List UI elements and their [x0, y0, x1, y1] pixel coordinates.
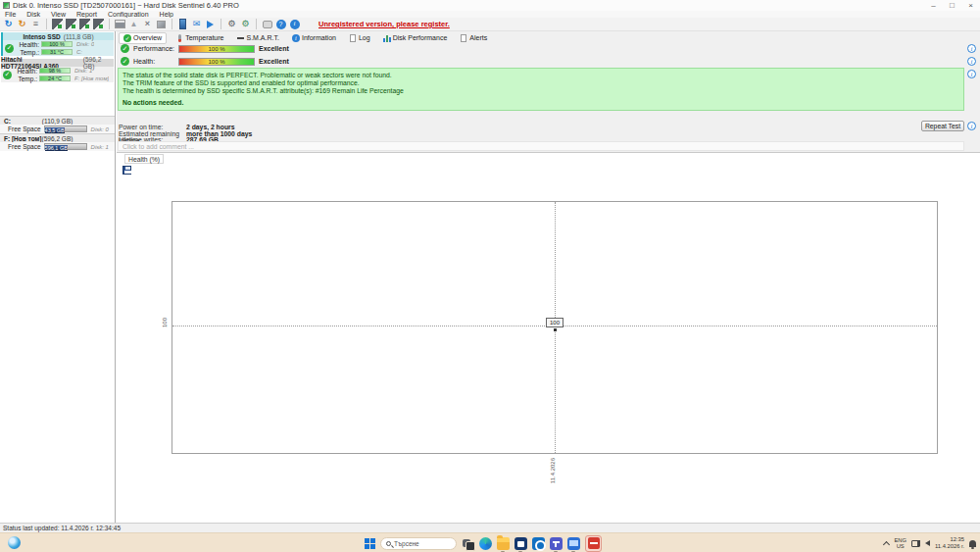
about-info-icon[interactable]	[290, 20, 300, 29]
health-label: Health:	[14, 68, 37, 75]
tab-overview[interactable]: ✓Overview	[119, 32, 167, 44]
notifications-bell-icon[interactable]	[969, 540, 976, 547]
minimize-button[interactable]: –	[924, 0, 943, 11]
status-line: The TRIM feature of the SSD is supported…	[122, 79, 959, 86]
performance-row: ✓ Performance: 100 % Excellent	[119, 44, 289, 53]
preferences-gear-icon[interactable]	[240, 19, 251, 29]
menu-disk[interactable]: Disk	[26, 11, 40, 18]
settings-gear-icon[interactable]	[226, 19, 237, 29]
status-info-icon[interactable]: i	[967, 70, 976, 78]
language-indicator[interactable]: ENG US	[894, 537, 906, 550]
taskbar-search-input[interactable]: Търсене	[380, 537, 457, 550]
disk-card-intenso[interactable]: Intenso SSD (111,8 GB) ✓ Health: 100 % D…	[1, 32, 114, 56]
edge-browser-icon[interactable]	[479, 537, 492, 550]
tab-information[interactable]: iInformation	[288, 33, 340, 43]
performance-info-icon[interactable]: i	[967, 44, 976, 53]
register-notice-link[interactable]: Unregistered version, please register.	[318, 20, 450, 28]
printer-icon[interactable]	[115, 20, 125, 28]
main-panel: ✓Overview Temperature S.M.A.R.T. iInform…	[117, 31, 980, 523]
hard-disk-sentinel-icon	[588, 537, 600, 549]
disk-icon[interactable]	[179, 19, 186, 29]
save-chart-icon[interactable]	[122, 166, 131, 175]
partition-size: (596,2 GB)	[0, 135, 115, 142]
performance-check-icon: ✓	[121, 44, 129, 53]
snapshot-icon[interactable]	[263, 21, 272, 28]
chart-title-tab[interactable]: Health (%)	[124, 154, 164, 164]
status-text-box: The status of the solid state disk is PE…	[118, 68, 964, 111]
repeat-test-button[interactable]: Repeat Test	[921, 121, 964, 131]
tab-alerts[interactable]: Alerts	[456, 33, 491, 43]
free-space-value: 596,1 GB	[45, 145, 68, 151]
help-icon[interactable]	[276, 20, 286, 29]
tools-icon[interactable]	[157, 21, 166, 28]
quick-test-3-icon[interactable]	[79, 19, 90, 29]
menu-report[interactable]: Report	[76, 11, 97, 18]
information-icon: i	[292, 34, 300, 42]
rescan-disks-icon[interactable]	[17, 19, 27, 29]
comment-input[interactable]: Click to add comment ...	[118, 141, 964, 151]
remote-desktop-icon[interactable]	[567, 537, 580, 550]
menu-view[interactable]: View	[51, 11, 66, 18]
report-icon[interactable]	[30, 19, 41, 29]
partition-row-f[interactable]: (596,2 GB) F: [Нов том]	[0, 133, 115, 142]
free-space-row-f: Free Space 596,1 GB Disk: 1	[0, 142, 115, 151]
mail-icon[interactable]	[191, 19, 202, 29]
toolbar: Unregistered version, please register.	[0, 18, 980, 31]
temperature-icon[interactable]	[128, 19, 139, 29]
tab-bar: ✓Overview Temperature S.M.A.R.T. iInform…	[119, 32, 491, 43]
performance-label: Performance:	[133, 45, 178, 52]
temp-label: Temp.:	[16, 49, 39, 56]
tab-smart[interactable]: S.M.A.R.T.	[232, 33, 282, 43]
data-point-label: 100	[546, 318, 564, 327]
health-chart-plot: 100 100 11.4.2026	[172, 201, 938, 454]
surface-test-icon[interactable]	[142, 19, 153, 29]
performance-chart-icon	[383, 34, 391, 42]
partition-row-c[interactable]: (110,9 GB) C:	[0, 116, 115, 125]
menu-file[interactable]: File	[5, 11, 16, 18]
free-space-bar: 43,5 GB	[44, 125, 87, 132]
outlook-icon[interactable]	[532, 537, 545, 550]
titlebar: Disk 0. Intenso SSD [TD2507000161] ~ Har…	[0, 0, 980, 11]
alert-sound-icon[interactable]	[207, 21, 214, 28]
refresh-icon[interactable]	[3, 19, 14, 29]
store-icon[interactable]	[514, 537, 527, 550]
disk-header: Hitachi HDT721064SLA360 (596,2 GB)	[1, 59, 114, 67]
clock-time: 12:35	[935, 536, 964, 543]
maximize-button[interactable]: □	[943, 0, 961, 11]
menu-help[interactable]: Help	[160, 11, 173, 18]
widgets-icon[interactable]	[8, 536, 21, 549]
clock-date: 11.4.2026 г.	[935, 543, 964, 550]
y-axis-tick: 100	[162, 318, 168, 327]
toolbar-separator	[172, 19, 172, 29]
health-label: Health:	[133, 58, 178, 65]
tab-temperature[interactable]: Temperature	[172, 33, 227, 43]
health-meter: 100 %	[178, 58, 255, 66]
taskbar-clock[interactable]: 12:35 11.4.2026 г.	[935, 536, 964, 549]
disk-number: Disk: 0	[76, 41, 94, 47]
health-label: Health:	[16, 41, 39, 48]
disk-name: Intenso SSD	[23, 33, 60, 40]
temp-label: Temp.:	[14, 75, 37, 82]
toolbar-separator	[220, 19, 221, 29]
quick-test-4-icon[interactable]	[93, 19, 104, 29]
quick-test-2-icon[interactable]	[66, 19, 76, 29]
smart-icon	[236, 34, 244, 42]
task-view-icon[interactable]	[462, 537, 474, 550]
drive-letter: F: [Нов том]	[74, 75, 109, 81]
file-explorer-icon[interactable]	[497, 537, 510, 550]
start-button-icon[interactable]	[365, 538, 375, 549]
health-info-icon[interactable]: i	[967, 57, 976, 66]
health-bar: 100 %	[41, 41, 73, 47]
teams-icon[interactable]	[550, 537, 563, 550]
test-info-icon[interactable]: i	[967, 122, 976, 130]
tab-disk-performance[interactable]: Disk Performance	[379, 33, 452, 43]
tray-chevron-up-icon[interactable]	[883, 540, 890, 547]
close-button[interactable]: ×	[961, 0, 980, 11]
no-actions-text: No actions needed.	[122, 99, 959, 106]
menu-configuration[interactable]: Configuration	[108, 11, 149, 18]
volume-icon[interactable]	[925, 540, 930, 546]
disk-card-hitachi[interactable]: Hitachi HDT721064SLA360 (596,2 GB) ✓ Hea…	[1, 59, 114, 82]
quick-test-1-icon[interactable]	[52, 19, 63, 29]
hard-disk-sentinel-taskbar-button[interactable]	[585, 535, 602, 552]
tab-log[interactable]: Log	[345, 33, 374, 43]
